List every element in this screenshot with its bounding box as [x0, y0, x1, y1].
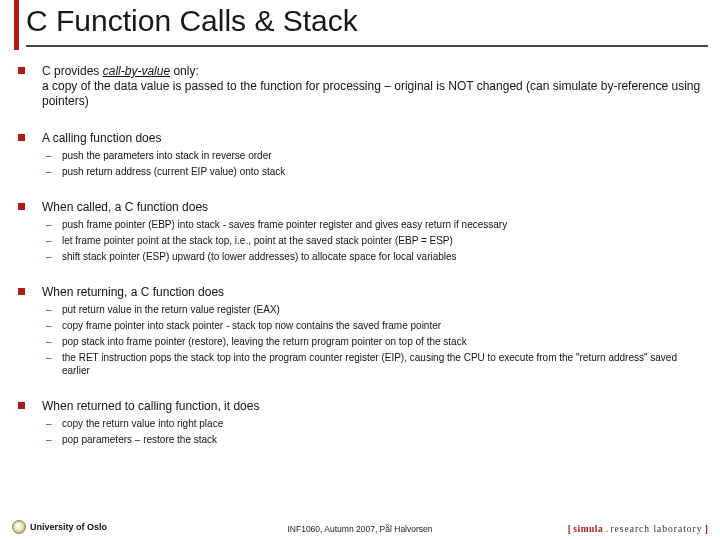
slide-body: C provides call-by-value only: a copy of… [0, 64, 720, 454]
sub-bullet-text: put return value in the return value reg… [62, 303, 702, 316]
sub-bullet-text: the RET instruction pops the stack top i… [62, 351, 702, 377]
bullet-text: A calling function does [42, 131, 702, 146]
bullet-item: A calling function does –push the parame… [18, 131, 702, 178]
bullet-italic-underline: call-by-value [103, 64, 170, 78]
simula-word: simula [573, 524, 603, 534]
sub-bullet-item: –push return address (current EIP value)… [42, 165, 702, 178]
dash-icon: – [46, 319, 52, 332]
square-bullet-icon [18, 67, 25, 74]
simula-research-lab: research laboratory [610, 524, 702, 534]
dash-icon: – [46, 218, 52, 231]
sub-bullet-text: copy frame pointer into stack pointer - … [62, 319, 702, 332]
bracket-close: ] [702, 524, 708, 534]
slide-title: C Function Calls & Stack [26, 4, 358, 38]
bullet-item: C provides call-by-value only: a copy of… [18, 64, 702, 109]
sub-bullet-item: –let frame pointer point at the stack to… [42, 234, 702, 247]
dash-icon: – [46, 250, 52, 263]
dash-icon: – [46, 351, 52, 364]
bullet-text: When called, a C function does [42, 200, 702, 215]
bullet-text: When returning, a C function does [42, 285, 702, 300]
sub-bullet-text: pop stack into frame pointer (restore), … [62, 335, 702, 348]
dash-icon: – [46, 417, 52, 430]
bullet-item: When returning, a C function does –put r… [18, 285, 702, 377]
sub-bullet-item: –push frame pointer (EBP) into stack - s… [42, 218, 702, 231]
title-underline [26, 45, 708, 47]
sub-bullet-item: –copy the return value into right place [42, 417, 702, 430]
sub-bullet-item: –copy frame pointer into stack pointer -… [42, 319, 702, 332]
sub-bullet-item: –pop stack into frame pointer (restore),… [42, 335, 702, 348]
dash-icon: – [46, 234, 52, 247]
dash-icon: – [46, 149, 52, 162]
sub-bullet-item: –put return value in the return value re… [42, 303, 702, 316]
footer-right: [ simula . research laboratory ] [568, 524, 708, 534]
dash-icon: – [46, 335, 52, 348]
bullet-text: C provides call-by-value only: a copy of… [42, 64, 702, 109]
bullet-text: When returned to calling function, it do… [42, 399, 702, 414]
sub-bullet-text: push return address (current EIP value) … [62, 165, 702, 178]
sub-bullet-item: –the RET instruction pops the stack top … [42, 351, 702, 377]
sub-bullet-item: –shift stack pointer (ESP) upward (to lo… [42, 250, 702, 263]
square-bullet-icon [18, 402, 25, 409]
dash-icon: – [46, 433, 52, 446]
sub-bullet-text: copy the return value into right place [62, 417, 702, 430]
title-accent-bar [14, 0, 19, 50]
sub-bullet-item: –push the parameters into stack in rever… [42, 149, 702, 162]
sub-bullet-text: shift stack pointer (ESP) upward (to low… [62, 250, 702, 263]
sub-bullet-item: –pop parameters – restore the stack [42, 433, 702, 446]
dash-icon: – [46, 303, 52, 316]
bullet-lead: C provides [42, 64, 103, 78]
sub-bullet-text: pop parameters – restore the stack [62, 433, 702, 446]
sub-bullet-text: push the parameters into stack in revers… [62, 149, 702, 162]
bullet-item: When returned to calling function, it do… [18, 399, 702, 446]
square-bullet-icon [18, 134, 25, 141]
dash-icon: – [46, 165, 52, 178]
square-bullet-icon [18, 203, 25, 210]
sub-bullet-text: push frame pointer (EBP) into stack - sa… [62, 218, 702, 231]
square-bullet-icon [18, 288, 25, 295]
slide-footer: University of Oslo INF1060, Autumn 2007,… [0, 516, 720, 540]
bullet-item: When called, a C function does –push fra… [18, 200, 702, 263]
sub-bullet-text: let frame pointer point at the stack top… [62, 234, 702, 247]
